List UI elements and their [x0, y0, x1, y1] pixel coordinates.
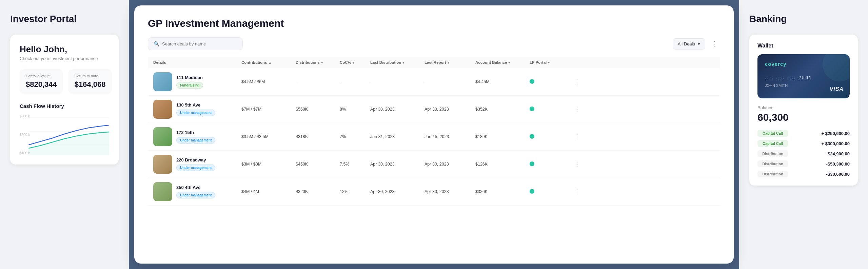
deal-name: 350 4th Ave	[176, 185, 215, 190]
table-header-row: Details Contributions ▲ Distributions ▾ …	[148, 57, 720, 68]
deal-badge: Under management	[176, 110, 215, 116]
row-more-button[interactable]: ⋮	[570, 78, 584, 85]
balance-amount: 60,300	[757, 112, 789, 123]
search-box[interactable]: 🔍	[148, 37, 243, 50]
row-more-button[interactable]: ⋮	[570, 105, 584, 113]
transaction-amount: + $300,000.00	[822, 141, 850, 146]
svg-marker-3	[28, 132, 109, 155]
more-options-button[interactable]: ⋮	[709, 38, 720, 49]
last-report-cell: Apr 30, 2023	[425, 107, 475, 112]
transaction-amount: + $250,600.00	[822, 131, 850, 136]
visa-logo: VISA	[830, 86, 844, 92]
chart-label-100k: $100 k	[20, 151, 30, 155]
deal-image	[153, 182, 172, 201]
contributions-cell: $7M / $7M	[241, 107, 296, 112]
account-balance-cell: $326K	[475, 189, 530, 194]
return-label: Return to date	[75, 74, 106, 78]
table-row[interactable]: 220 Broadway Under management $3M / $3M …	[148, 151, 720, 178]
status-dot	[530, 189, 534, 194]
th-account-balance[interactable]: Account Balance ▾	[475, 60, 530, 64]
deal-image	[153, 100, 172, 119]
coc-cell: 12%	[340, 189, 370, 194]
investor-portal-panel: Investor Portal Hello John, Check out yo…	[0, 0, 129, 269]
th-coc[interactable]: CoC% ▾	[340, 60, 370, 64]
lp-portal-cell	[530, 161, 570, 167]
transaction-amount: -$30,600.00	[826, 172, 850, 177]
transaction-row: Capital Call + $250,600.00	[757, 130, 850, 137]
status-dot	[530, 161, 534, 166]
last-distribution-cell: Apr 30, 2023	[370, 107, 425, 112]
last-distribution-cell: -	[370, 79, 425, 84]
th-actions	[570, 60, 584, 64]
row-more-button[interactable]: ⋮	[570, 160, 584, 168]
account-balance-cell: $126K	[475, 162, 530, 167]
wallet-section: Wallet covercy .... .... .... 2561 JOHN …	[749, 35, 858, 186]
transaction-amount: -$50,300.00	[826, 161, 850, 167]
search-input[interactable]	[162, 41, 237, 46]
contributions-cell: $3M / $3M	[241, 162, 296, 167]
filter-dropdown[interactable]: All Deals ▾	[673, 38, 705, 50]
search-icon: 🔍	[154, 41, 159, 46]
account-balance-cell: $352K	[475, 107, 530, 112]
table-row[interactable]: 172 15th Under management $3.5M / $3.5M …	[148, 123, 720, 151]
metrics-row: Portfolio Value $820,344 Return to date …	[20, 69, 109, 94]
lp-portal-cell	[530, 79, 570, 85]
transaction-type-badge: Capital Call	[757, 140, 788, 147]
coc-cell: 7.5%	[340, 162, 370, 167]
chart-svg	[20, 114, 109, 155]
transaction-row: Capital Call + $300,000.00	[757, 140, 850, 147]
deal-name: 111 Madison	[176, 75, 203, 80]
hello-card: Hello John, Check out your investment pe…	[10, 35, 119, 165]
lp-portal-cell	[530, 189, 570, 195]
cash-flow-chart: $300 k $200 k $100 k	[20, 114, 109, 155]
status-dot	[530, 79, 534, 84]
transaction-amount: -$24,900.00	[826, 151, 850, 156]
th-lp-portal[interactable]: LP Portal ▾	[530, 60, 570, 64]
deal-text: 220 Broadway Under management	[176, 157, 215, 171]
deal-badge: Under management	[176, 192, 215, 198]
row-more-button[interactable]: ⋮	[570, 188, 584, 195]
deals-table: Details Contributions ▲ Distributions ▾ …	[148, 57, 720, 206]
center-panel-title: GP Investment Management	[148, 18, 720, 29]
distributions-cell: $450K	[296, 162, 340, 167]
th-contributions[interactable]: Contributions ▲	[241, 60, 296, 64]
table-row[interactable]: 350 4th Ave Under management $4M / 4M $3…	[148, 178, 720, 206]
deal-info: 111 Madison Fundraising	[153, 72, 241, 91]
deal-image	[153, 155, 172, 174]
account-balance-cell: $4.45M	[475, 79, 530, 84]
coc-cell: 7%	[340, 134, 370, 139]
return-value: $164,068	[75, 80, 106, 89]
lp-portal-cell	[530, 107, 570, 112]
last-report-cell: Apr 30, 2023	[425, 189, 475, 194]
deal-badge: Under management	[176, 137, 215, 143]
deal-text: 111 Madison Fundraising	[176, 75, 203, 89]
table-row[interactable]: 111 Madison Fundraising $4.5M / $6M - - …	[148, 68, 720, 96]
deal-text: 350 4th Ave Under management	[176, 185, 215, 198]
status-dot	[530, 134, 534, 139]
table-row[interactable]: 130 5th Ave Under management $7M / $7M $…	[148, 96, 720, 123]
transaction-type-badge: Distribution	[757, 160, 788, 167]
last-distribution-cell: Apr 30, 2023	[370, 189, 425, 194]
wallet-title: Wallet	[757, 43, 850, 49]
th-last-dist[interactable]: Last Distribution ▾	[370, 60, 425, 64]
balance-value: 60,300	[757, 112, 850, 123]
coc-cell: 8%	[340, 107, 370, 112]
transactions-list: Capital Call + $250,600.00 Capital Call …	[757, 130, 850, 177]
last-report-cell: Jan 15, 2023	[425, 134, 475, 139]
deal-info: 350 4th Ave Under management	[153, 182, 241, 201]
contributions-cell: $3.5M / $3.5M	[241, 134, 296, 139]
credit-card: covercy .... .... .... 2561 JOHN SMITH V…	[757, 54, 850, 98]
distributions-cell: $560K	[296, 107, 340, 112]
contributions-cell: $4M / 4M	[241, 189, 296, 194]
account-balance-cell: $189K	[475, 134, 530, 139]
th-distributions[interactable]: Distributions ▾	[296, 60, 340, 64]
chart-y-labels: $300 k $200 k $100 k	[20, 114, 30, 155]
table-body: 111 Madison Fundraising $4.5M / $6M - - …	[148, 68, 720, 206]
row-more-button[interactable]: ⋮	[570, 133, 584, 140]
deal-badge: Under management	[176, 165, 215, 171]
th-last-report[interactable]: Last Report ▾	[425, 60, 475, 64]
deal-info: 130 5th Ave Under management	[153, 100, 241, 119]
deal-name: 172 15th	[176, 130, 215, 135]
investor-portal-title: Investor Portal	[10, 14, 119, 24]
deal-name: 130 5th Ave	[176, 102, 215, 108]
